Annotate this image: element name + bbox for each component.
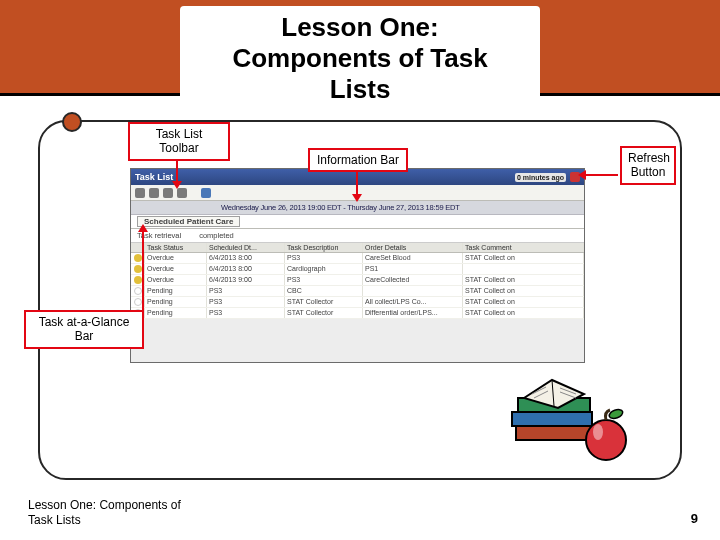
window-title: Task List (135, 172, 173, 182)
cell-scheduled: 6/4/2013 8:00 (207, 264, 285, 274)
table-row[interactable]: PendingPS3CBCSTAT Collect on (131, 286, 584, 297)
col-desc[interactable]: Task Description (285, 243, 363, 252)
slide-title: Lesson One: Components of Task Lists (180, 6, 540, 115)
task-table-header: Task Status Scheduled Dt... Task Descrip… (131, 243, 584, 253)
cell-comment: STAT Collect on (463, 253, 584, 263)
col-comment[interactable]: Task Comment (463, 243, 584, 252)
table-row[interactable]: Overdue6/4/2013 8:00PS3CareSet BloodSTAT… (131, 253, 584, 264)
cell-desc: Cardiograph (285, 264, 363, 274)
cell-scheduled: PS3 (207, 286, 285, 296)
svg-point-9 (593, 424, 603, 440)
col-order[interactable]: Order Details (363, 243, 463, 252)
page-number: 9 (691, 511, 698, 526)
footer-lesson-label: Lesson One: Components of Task Lists (28, 498, 181, 528)
cell-comment: STAT Collect on (463, 297, 584, 307)
table-row[interactable]: Overdue6/4/2013 9:00PS3CareCollectedSTAT… (131, 275, 584, 286)
cell-status: Overdue (145, 264, 207, 274)
cell-comment: STAT Collect on (463, 308, 584, 318)
tab-strip: Scheduled Patient Care (131, 215, 584, 229)
cell-status: Overdue (145, 253, 207, 263)
cell-order: Differential order/LPS... (363, 308, 463, 318)
cell-status: Overdue (145, 275, 207, 285)
chart-icon[interactable] (177, 188, 187, 198)
cell-desc: STAT Collector (285, 308, 363, 318)
task-at-a-glance-bar: Task retrieval completed (131, 229, 584, 243)
table-row[interactable]: PendingPS3STAT CollectorDifferential ord… (131, 308, 584, 319)
svg-rect-1 (512, 412, 592, 426)
tab-scheduled-patient-care[interactable]: Scheduled Patient Care (137, 216, 240, 227)
cell-order: CareSet Blood (363, 253, 463, 263)
cell-order: CareCollected (363, 275, 463, 285)
task-table-body: Overdue6/4/2013 8:00PS3CareSet BloodSTAT… (131, 253, 584, 319)
cell-comment: STAT Collect on (463, 275, 584, 285)
cell-order (363, 286, 463, 296)
title-line-1: Lesson One: (220, 12, 500, 43)
cell-status: Pending (145, 308, 207, 318)
refresh-timestamp[interactable]: 0 minutes ago (515, 173, 566, 182)
footer-line-2: Task Lists (28, 513, 181, 528)
cell-desc: CBC (285, 286, 363, 296)
cell-comment (463, 264, 584, 274)
notdone-icon[interactable] (163, 188, 173, 198)
col-status[interactable]: Task Status (145, 243, 207, 252)
cell-comment: STAT Collect on (463, 286, 584, 296)
frame-knob-decor (62, 112, 82, 132)
title-line-2: Components of Task Lists (220, 43, 500, 105)
cell-desc: STAT Collector (285, 297, 363, 307)
clipart-books-apple (488, 362, 638, 474)
cell-status: Pending (145, 297, 207, 307)
cell-scheduled: 6/4/2013 9:00 (207, 275, 285, 285)
signoff-icon[interactable] (149, 188, 159, 198)
footer-line-1: Lesson One: Components of (28, 498, 181, 513)
table-row[interactable]: Overdue6/4/2013 8:00CardiographPS1 (131, 264, 584, 275)
table-row[interactable]: PendingPS3STAT CollectorAll collect/LPS … (131, 297, 584, 308)
cell-order: All collect/LPS Co... (363, 297, 463, 307)
glance-right: completed (199, 231, 234, 240)
col-scheduled[interactable]: Scheduled Dt... (207, 243, 285, 252)
cell-status: Pending (145, 286, 207, 296)
callout-task-list-toolbar: Task List Toolbar (128, 122, 230, 161)
information-bar: Wednesday June 26, 2013 19:00 EDT - Thur… (131, 201, 584, 215)
cell-desc: PS3 (285, 253, 363, 263)
callout-refresh-button: Refresh Button (620, 146, 676, 185)
svg-point-8 (608, 408, 624, 420)
svg-point-7 (586, 420, 626, 460)
svg-rect-0 (516, 426, 594, 440)
cell-order: PS1 (363, 264, 463, 274)
callout-task-at-a-glance-bar: Task at-a-Glance Bar (24, 310, 144, 349)
cell-scheduled: PS3 (207, 308, 285, 318)
home-icon[interactable] (201, 188, 211, 198)
callout-information-bar: Information Bar (308, 148, 408, 172)
check-icon[interactable] (135, 188, 145, 198)
date-range-text: Wednesday June 26, 2013 19:00 EDT - Thur… (221, 203, 460, 212)
cell-scheduled: 6/4/2013 8:00 (207, 253, 285, 263)
cell-desc: PS3 (285, 275, 363, 285)
cell-scheduled: PS3 (207, 297, 285, 307)
